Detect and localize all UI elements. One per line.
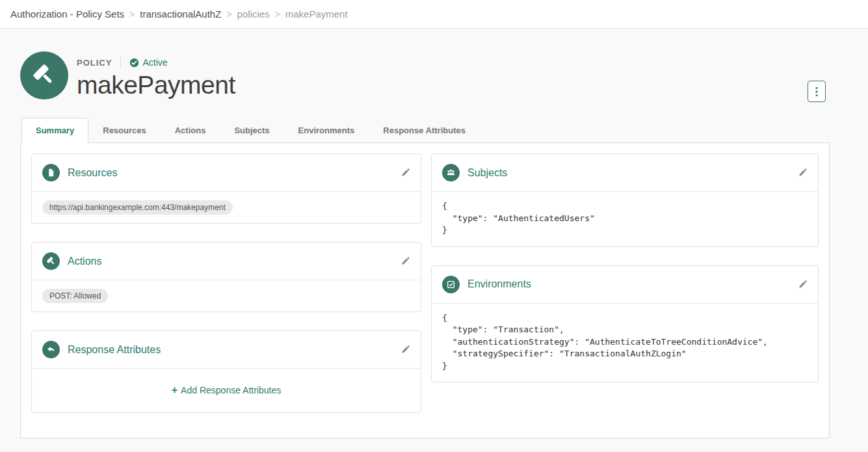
edit-environments-button[interactable] [798, 280, 808, 289]
breadcrumb-separator: > [226, 9, 231, 20]
tab-environments[interactable]: Environments [284, 118, 369, 143]
summary-panel: Resources https://api.bankingexample.com… [20, 143, 830, 438]
policy-gavel-icon [20, 51, 68, 100]
edit-actions-button[interactable] [401, 256, 410, 266]
card-title-actions: Actions [68, 256, 401, 267]
action-tag: POST: Allowed [42, 289, 108, 303]
card-title-environments: Environments [467, 278, 798, 290]
card-title-response-attributes: Response Attributes [68, 344, 401, 356]
edit-response-attributes-button[interactable] [401, 345, 410, 354]
subjects-json: { "type": "AuthenticatedUsers" } [432, 192, 818, 246]
policy-header: POLICY Active makePayment [20, 51, 830, 100]
divider [120, 57, 121, 68]
breadcrumb-bar: Authorization - Policy Sets > transactio… [0, 0, 868, 29]
environments-json: { "type": "Transaction", "authentication… [432, 304, 818, 382]
tab-response-attributes[interactable]: Response Attributes [369, 118, 480, 143]
resources-card-body: https://api.bankingexample.com:443/makep… [32, 192, 421, 223]
tab-bar: Summary Resources Actions Subjects Envir… [20, 118, 830, 143]
check-circle-icon [129, 58, 139, 68]
breadcrumb-item-current-policy: makePayment [285, 8, 348, 20]
tab-subjects[interactable]: Subjects [220, 118, 283, 143]
plus-icon: + [172, 384, 178, 396]
resources-card: Resources https://api.bankingexample.com… [31, 153, 421, 224]
actions-card-header: Actions [32, 243, 421, 280]
actions-card-body: POST: Allowed [32, 280, 421, 312]
response-attributes-card-body: + Add Response Attributes [32, 369, 421, 412]
status-label: Active [142, 57, 167, 68]
policy-type-label: POLICY [77, 58, 112, 68]
reply-arrow-icon [42, 341, 60, 358]
subjects-card: Subjects { "type": "AuthenticatedUsers" … [431, 153, 819, 247]
response-attributes-card: Response Attributes + Add Response Attri… [31, 330, 421, 413]
policy-meta: POLICY Active makePayment [77, 51, 235, 100]
users-icon [442, 164, 460, 181]
pencil-icon [401, 168, 410, 178]
tab-summary[interactable]: Summary [21, 118, 88, 143]
edit-resources-button[interactable] [401, 168, 410, 178]
add-response-attributes-label: Add Response Attributes [181, 385, 281, 395]
tab-resources[interactable]: Resources [88, 118, 160, 143]
add-response-attributes-button[interactable]: + Add Response Attributes [172, 384, 281, 396]
breadcrumb-separator: > [129, 9, 135, 20]
edit-subjects-button[interactable] [798, 168, 808, 178]
pencil-icon [401, 256, 410, 266]
pencil-icon [798, 280, 808, 289]
resources-card-header: Resources [32, 154, 421, 192]
breadcrumb-item-policy-set-name[interactable]: transactionalAuthZ [140, 8, 221, 20]
breadcrumb-separator: > [275, 9, 280, 20]
document-icon [42, 164, 60, 181]
page-title: makePayment [77, 72, 235, 100]
response-attributes-card-header: Response Attributes [32, 331, 421, 369]
card-title-subjects: Subjects [467, 167, 798, 179]
environments-card: Environments { "type": "Transaction", "a… [431, 265, 819, 383]
card-title-resources: Resources [68, 167, 401, 179]
breadcrumb: Authorization - Policy Sets > transactio… [10, 8, 348, 20]
environments-card-header: Environments [432, 266, 818, 304]
tab-actions[interactable]: Actions [161, 118, 220, 143]
actions-card: Actions POST: Allowed [31, 242, 421, 312]
status-badge: Active [129, 57, 167, 68]
pencil-icon [798, 168, 808, 178]
breadcrumb-item-policy-sets[interactable]: Authorization - Policy Sets [10, 8, 124, 20]
kebab-icon [815, 86, 818, 97]
subjects-card-header: Subjects [432, 154, 818, 192]
breadcrumb-item-policies[interactable]: policies [237, 8, 270, 20]
gavel-icon [42, 252, 60, 270]
check-square-icon [442, 276, 460, 293]
pencil-icon [401, 345, 410, 354]
more-actions-button[interactable] [808, 81, 826, 102]
resource-tag: https://api.bankingexample.com:443/makep… [42, 200, 233, 215]
